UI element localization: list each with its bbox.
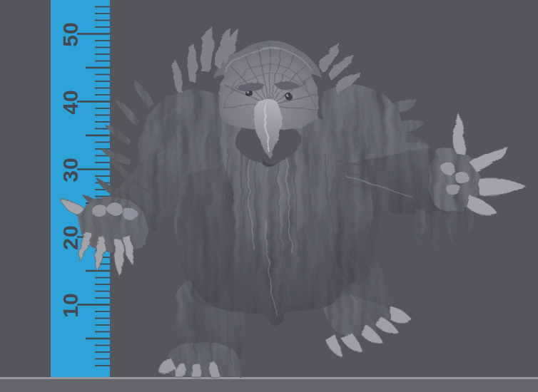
owlbear-left-eye — [245, 90, 253, 97]
owlbear-right-eye — [285, 93, 293, 100]
app-window: 50 40 30 20 10 — [0, 0, 538, 392]
3d-viewport[interactable]: 50 40 30 20 10 — [0, 0, 538, 392]
owlbear-model[interactable] — [0, 0, 538, 392]
owlbear-body — [60, 26, 526, 377]
